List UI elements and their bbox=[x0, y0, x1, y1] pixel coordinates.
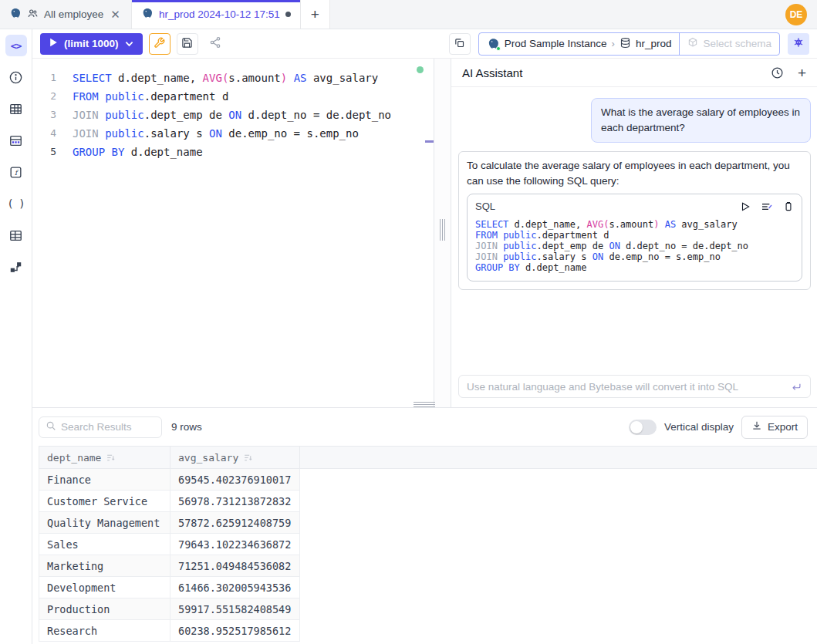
editor-line[interactable]: 3JOIN public.dept_emp de ON d.dept_no = … bbox=[32, 106, 434, 124]
column-header-dept-name[interactable]: dept_name bbox=[39, 447, 170, 468]
history-icon[interactable] bbox=[771, 66, 784, 79]
sort-icon[interactable] bbox=[243, 453, 253, 463]
status-dot bbox=[496, 46, 501, 51]
results-table: dept_name avg_salary Finance69545.402376… bbox=[39, 446, 817, 642]
sidebar-item-procedures[interactable]: ( ) bbox=[5, 193, 27, 214]
assistant-text: To calculate the average salary of emplo… bbox=[467, 158, 802, 189]
format-sql-button[interactable] bbox=[149, 33, 170, 55]
schema-placeholder: Select schema bbox=[703, 38, 771, 49]
line-number: 3 bbox=[32, 106, 73, 124]
table-data-icon bbox=[8, 133, 23, 148]
table-row[interactable]: Finance69545.402376910017 bbox=[39, 469, 300, 491]
cell-dept-name[interactable]: Finance bbox=[39, 469, 170, 491]
sort-icon[interactable] bbox=[106, 453, 116, 463]
sidebar-item-tables[interactable] bbox=[5, 98, 27, 120]
editor-line[interactable]: 5GROUP BY d.dept_name bbox=[32, 143, 434, 161]
cell-dept-name[interactable]: Production bbox=[39, 598, 170, 620]
sidebar-item-worksheet[interactable]: <> bbox=[5, 35, 27, 56]
schema-selector[interactable]: Select schema bbox=[679, 33, 779, 55]
close-icon[interactable]: ✕ bbox=[109, 8, 122, 22]
breadcrumb-separator: › bbox=[612, 38, 615, 49]
table-icon bbox=[8, 102, 23, 116]
sidebar-item-external-tables[interactable] bbox=[5, 224, 27, 246]
postgres-icon bbox=[9, 7, 22, 22]
sidebar-item-functions[interactable]: f bbox=[5, 161, 27, 183]
tab-label: All employee bbox=[44, 8, 103, 20]
table-row[interactable]: Research60238.952517985612 bbox=[39, 620, 300, 642]
cell-dept-name[interactable]: Sales bbox=[39, 534, 170, 555]
code-text: JOIN public.dept_emp de ON d.dept_no = d… bbox=[73, 106, 391, 124]
table-row[interactable]: Marketing71251.049484536082 bbox=[39, 555, 300, 577]
sidebar-item-info[interactable] bbox=[5, 66, 27, 88]
unsaved-dot-icon bbox=[285, 12, 291, 17]
cell-avg-salary[interactable]: 69545.402376910017 bbox=[170, 469, 300, 491]
new-chat-icon[interactable]: + bbox=[798, 66, 806, 80]
cell-dept-name[interactable]: Quality Management bbox=[39, 512, 170, 534]
save-sheet-button[interactable] bbox=[177, 33, 198, 55]
code-line: GROUP BY d.dept_name bbox=[475, 262, 794, 273]
avatar[interactable]: DE bbox=[785, 4, 807, 25]
vertical-resize-handle[interactable] bbox=[440, 219, 445, 241]
download-icon bbox=[751, 420, 762, 433]
tab-all-employee[interactable]: All employee ✕ bbox=[0, 0, 132, 29]
cell-avg-salary[interactable]: 61466.302005943536 bbox=[170, 577, 300, 598]
cell-avg-salary[interactable]: 56978.731213872832 bbox=[170, 491, 300, 512]
table-row[interactable]: Production59917.551582408549 bbox=[39, 598, 300, 620]
ai-assistant-button[interactable] bbox=[788, 33, 809, 55]
table-row[interactable]: Sales79643.102234636872 bbox=[39, 534, 300, 555]
insert-code-icon[interactable] bbox=[761, 201, 773, 213]
instance-database-selector[interactable]: Prod Sample Instance › hr_prod bbox=[479, 33, 680, 55]
ai-prompt-input[interactable] bbox=[467, 381, 785, 393]
cell-avg-salary[interactable]: 71251.049484536082 bbox=[170, 555, 300, 577]
results-toolbar: 9 rows Vertical display Export bbox=[32, 408, 817, 446]
enter-icon[interactable] bbox=[791, 381, 802, 393]
tab-bar: All employee ✕ hr_prod 2024-10-12 17:51 … bbox=[0, 0, 817, 29]
editor-line[interactable]: 2FROM public.department d bbox=[32, 87, 434, 106]
cell-dept-name[interactable]: Research bbox=[39, 620, 170, 642]
tab-hr-prod[interactable]: hr_prod 2024-10-12 17:51 bbox=[132, 0, 301, 29]
column-header-filler bbox=[300, 447, 817, 468]
column-header-avg-salary[interactable]: avg_salary bbox=[170, 447, 300, 468]
ai-panel-header: AI Assistant + bbox=[451, 59, 817, 87]
cell-dept-name[interactable]: Marketing bbox=[39, 555, 170, 577]
batch-mode-icon bbox=[454, 37, 465, 51]
chevron-down-icon bbox=[125, 38, 133, 49]
batch-mode-button[interactable] bbox=[449, 33, 471, 55]
cell-avg-salary[interactable]: 57872.625912408759 bbox=[170, 512, 300, 534]
schema-cube-icon bbox=[687, 37, 698, 50]
code-icon: <> bbox=[11, 40, 22, 52]
vertical-display-toggle[interactable] bbox=[629, 420, 657, 435]
wrench-icon bbox=[154, 37, 165, 51]
run-query-button[interactable]: (limit 1000) bbox=[40, 33, 143, 55]
play-icon bbox=[49, 38, 58, 49]
schema-diagram-icon bbox=[8, 260, 23, 275]
results-panel: 9 rows Vertical display Export dept_name… bbox=[32, 407, 817, 644]
cell-dept-name[interactable]: Development bbox=[39, 577, 170, 598]
user-message-bubble: What is the average salary of employees … bbox=[591, 98, 811, 143]
save-icon bbox=[181, 37, 193, 51]
cell-avg-salary[interactable]: 79643.102234636872 bbox=[170, 534, 300, 555]
sql-editor[interactable]: 1SELECT d.dept_name, AVG(s.amount) AS av… bbox=[32, 59, 434, 407]
new-tab-button[interactable]: + bbox=[301, 0, 330, 29]
table-row[interactable]: Quality Management57872.625912408759 bbox=[39, 512, 300, 534]
sidebar-item-table-data[interactable] bbox=[5, 130, 27, 151]
search-results-input[interactable] bbox=[61, 421, 155, 433]
cell-avg-salary[interactable]: 60238.952517985612 bbox=[170, 620, 300, 642]
parens-icon: ( ) bbox=[7, 197, 24, 210]
run-code-icon[interactable] bbox=[740, 201, 751, 212]
ai-prompt-box bbox=[458, 375, 811, 398]
table-row[interactable]: Development61466.302005943536 bbox=[39, 577, 300, 598]
cell-dept-name[interactable]: Customer Service bbox=[39, 491, 170, 512]
cell-avg-salary[interactable]: 59917.551582408549 bbox=[170, 598, 300, 620]
share-sheet-button[interactable] bbox=[204, 33, 226, 55]
table-row[interactable]: Customer Service56978.731213872832 bbox=[39, 491, 300, 512]
editor-line[interactable]: 1SELECT d.dept_name, AVG(s.amount) AS av… bbox=[32, 69, 434, 87]
scrollbar-cursor-mark bbox=[425, 140, 434, 143]
sidebar-item-schema-diagram[interactable] bbox=[5, 256, 27, 278]
export-button[interactable]: Export bbox=[741, 416, 808, 439]
editor-line[interactable]: 4JOIN public.salary s ON de.emp_no = s.e… bbox=[32, 124, 434, 143]
vertical-split-gutter[interactable] bbox=[434, 59, 451, 407]
bytebase-sql-editor: All employee ✕ hr_prod 2024-10-12 17:51 … bbox=[0, 0, 817, 644]
function-icon: f bbox=[8, 165, 23, 180]
copy-icon[interactable] bbox=[783, 201, 794, 212]
